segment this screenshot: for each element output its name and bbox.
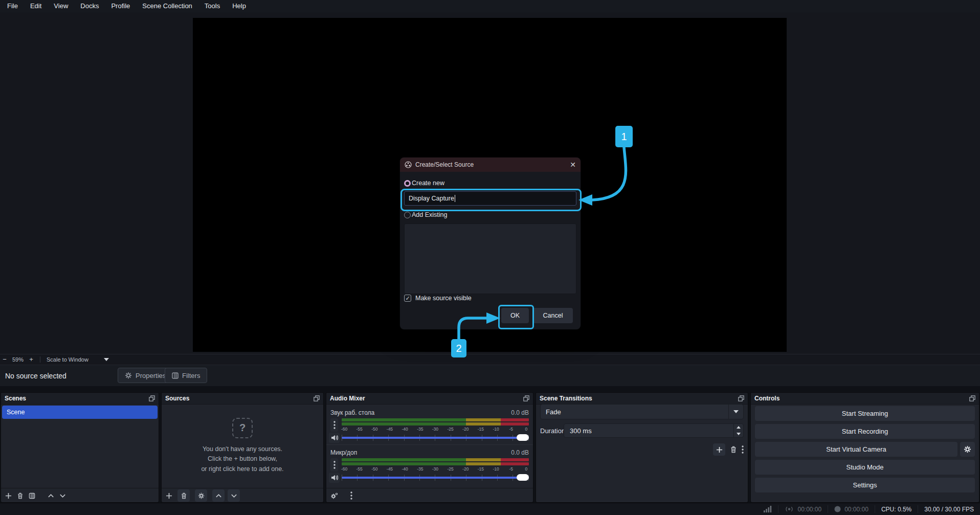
scenes-toolbar: [1, 488, 159, 503]
meter-scale: -60-55-50-45-40-35-30-25-20-15-10-50: [340, 427, 531, 432]
meter-scale-tick: -20: [461, 466, 470, 472]
mixer-menu-button[interactable]: [330, 458, 338, 472]
volume-slider[interactable]: [342, 474, 529, 482]
radio-unselected-icon[interactable]: [404, 212, 411, 218]
filters-button[interactable]: Filters: [165, 368, 207, 383]
transitions-toolbar: [713, 443, 744, 456]
advanced-audio-gear-icon[interactable]: [330, 492, 338, 499]
duration-spinbox[interactable]: 300 ms: [564, 423, 744, 438]
zoom-in-button[interactable]: +: [27, 355, 36, 363]
create-new-radio-row[interactable]: Create new: [404, 179, 444, 187]
annotation-step-1-badge: 1: [615, 126, 633, 147]
fps-indicator: 30.00 / 30.00 FPS: [918, 505, 980, 513]
volume-slider-track[interactable]: [342, 437, 529, 439]
mixer-db-value: 0.0 dB: [511, 409, 529, 417]
dialog-title-bar[interactable]: Create/Select Source ✕: [400, 158, 581, 172]
gear-icon: [125, 372, 132, 379]
dots-vertical-icon: [333, 461, 336, 469]
settings-button[interactable]: Settings: [755, 478, 975, 492]
meter-scale-tick: -55: [355, 466, 364, 472]
broadcast-icon: [785, 506, 794, 512]
menu-item[interactable]: Tools: [198, 0, 226, 12]
move-scene-up-icon[interactable]: [48, 492, 54, 499]
add-source-icon[interactable]: [166, 492, 172, 499]
source-toolbar: No source selected Properties Filters: [0, 365, 980, 387]
close-icon[interactable]: ✕: [570, 161, 576, 169]
start-recording-button[interactable]: Start Recording: [755, 424, 975, 439]
sources-empty-state[interactable]: ? You don't have any sources.Click the +…: [162, 404, 323, 488]
chevron-down-icon[interactable]: [104, 358, 109, 361]
volume-slider[interactable]: [342, 434, 529, 442]
spin-up-button[interactable]: [734, 424, 743, 431]
virtual-camera-row: Start Virtual Camera: [755, 442, 975, 457]
menu-item[interactable]: Help: [226, 0, 252, 12]
move-source-down-button[interactable]: [228, 489, 240, 502]
meter-scale-tick: -35: [415, 466, 425, 472]
move-scene-down-icon[interactable]: [59, 492, 66, 499]
spin-down-button[interactable]: [734, 431, 743, 437]
cancel-button[interactable]: Cancel: [533, 308, 573, 323]
scene-list-item[interactable]: Scene: [2, 406, 158, 419]
divider: [326, 444, 533, 445]
dock-icon[interactable]: [314, 395, 320, 401]
create-new-label: Create new: [412, 180, 444, 187]
source-properties-button[interactable]: [195, 489, 207, 502]
remove-scene-icon[interactable]: [17, 492, 24, 499]
filters-icon: [172, 372, 179, 379]
meter-scale-tick: -40: [400, 427, 410, 432]
menu-item[interactable]: View: [48, 0, 74, 12]
sources-empty-text: You don't have any sources.Click the + b…: [201, 444, 283, 474]
zoom-out-button[interactable]: −: [0, 355, 9, 363]
volume-slider-handle[interactable]: [517, 434, 529, 441]
menu-item[interactable]: Scene Collection: [136, 0, 198, 12]
volume-slider-handle[interactable]: [517, 474, 529, 481]
transition-select[interactable]: Fade: [540, 404, 744, 419]
select-arrow[interactable]: [728, 405, 743, 419]
dock-icon[interactable]: [149, 395, 155, 401]
remove-source-button[interactable]: [177, 489, 190, 502]
start-streaming-button[interactable]: Start Streaming: [755, 406, 975, 421]
mixer-mic-aux: Микр/доп 0.0 dB -60-55-50-45-40-35-30-25…: [326, 449, 533, 483]
radio-selected-icon[interactable]: [404, 180, 411, 187]
checkbox-checked-icon[interactable]: ✓: [404, 295, 411, 302]
create-select-source-dialog: Create/Select Source ✕ Create new Displa…: [400, 158, 581, 329]
menu-item[interactable]: File: [1, 0, 24, 12]
gear-icon: [964, 445, 971, 453]
mixer-menu-button[interactable]: [330, 418, 338, 432]
add-existing-radio-row[interactable]: Add Existing: [404, 211, 447, 219]
dots-vertical-icon[interactable]: [350, 491, 352, 500]
meter-scale-tick: -50: [370, 427, 379, 432]
scale-mode-dropdown[interactable]: Scale to Window: [44, 356, 91, 363]
add-scene-icon[interactable]: [5, 492, 12, 499]
dock-icon[interactable]: [969, 395, 975, 401]
speaker-icon: [331, 475, 338, 481]
meter-scale-tick: -15: [476, 466, 485, 472]
existing-sources-listbox[interactable]: [404, 223, 576, 294]
volume-slider-track[interactable]: [342, 477, 529, 479]
menu-item[interactable]: Edit: [24, 0, 48, 12]
dock-icon[interactable]: [523, 395, 529, 401]
virtual-camera-config-button[interactable]: [960, 442, 975, 457]
move-source-up-button[interactable]: [212, 489, 225, 502]
menu-item[interactable]: Docks: [74, 0, 105, 12]
remove-transition-button[interactable]: [730, 446, 737, 453]
meter-scale-tick: 0: [522, 427, 531, 432]
ok-button[interactable]: OK: [501, 308, 529, 323]
studio-mode-button[interactable]: Studio Mode: [755, 460, 975, 475]
duration-label: Duration: [540, 427, 564, 435]
dock-icon[interactable]: [738, 395, 744, 401]
add-transition-button[interactable]: [713, 443, 725, 456]
meter-scale-tick: -45: [385, 427, 394, 432]
make-source-visible-row[interactable]: ✓ Make source visible: [404, 295, 472, 302]
start-virtual-camera-button[interactable]: Start Virtual Camera: [755, 442, 957, 457]
speaker-icon: [331, 435, 338, 441]
properties-label: Properties: [136, 372, 166, 379]
mute-button[interactable]: [329, 473, 340, 483]
menu-item[interactable]: Profile: [105, 0, 136, 12]
scene-filters-icon[interactable]: [29, 492, 35, 499]
scenes-panel-title: Scenes: [5, 395, 26, 402]
source-name-input[interactable]: Display Capture: [404, 191, 576, 206]
scenes-panel: Scenes Scene: [1, 393, 159, 502]
mute-button[interactable]: [329, 433, 340, 443]
dots-vertical-icon[interactable]: [742, 445, 744, 454]
